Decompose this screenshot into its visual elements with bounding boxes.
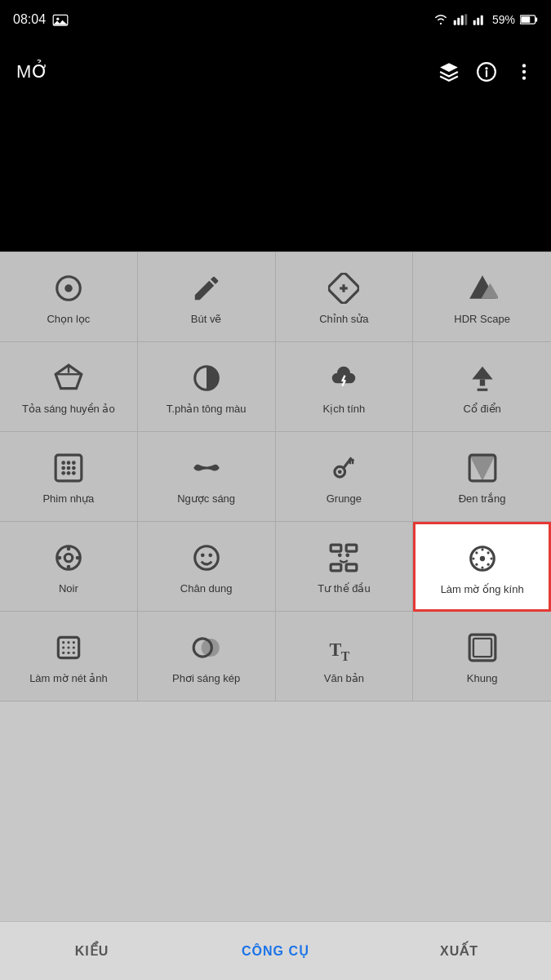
- tool-noir[interactable]: Noir: [0, 522, 138, 612]
- tool-van-ban[interactable]: TTVăn bản: [276, 612, 414, 702]
- svg-point-62: [346, 554, 350, 558]
- page-title: MỞ: [16, 61, 49, 82]
- tool-chinh-sua[interactable]: Chỉnh sửa: [276, 252, 414, 342]
- battery-icon: [520, 15, 538, 24]
- tool-co-dien[interactable]: Cổ điển: [413, 342, 551, 432]
- tool-lam-mo-ong-kinh[interactable]: Làm mờ ống kính: [413, 522, 551, 612]
- tool-phoi-sang-kep[interactable]: Phơi sáng kép: [138, 612, 276, 702]
- layers-icon[interactable]: [438, 61, 460, 82]
- bottom-nav: KIỂU CÔNG CỤ XUẤT: [0, 921, 551, 980]
- svg-rect-2: [454, 20, 456, 25]
- nav-kieu[interactable]: KIỂU: [0, 922, 184, 980]
- svg-point-56: [208, 554, 212, 558]
- svg-rect-57: [331, 545, 342, 551]
- nav-xuat[interactable]: XUẤT: [367, 922, 551, 980]
- tool-nguoc-sang[interactable]: Ngược sáng: [138, 432, 276, 522]
- tool-toa-sang[interactable]: Tỏa sáng huyền ảo: [0, 342, 138, 432]
- more-icon[interactable]: [513, 61, 535, 82]
- svg-point-36: [61, 466, 65, 470]
- svg-point-70: [487, 551, 489, 554]
- svg-point-34: [67, 461, 71, 465]
- tool-phim-nhua[interactable]: Phim nhựa: [0, 432, 138, 522]
- hdr-scape-icon: [464, 270, 500, 306]
- svg-rect-58: [347, 545, 358, 551]
- svg-point-82: [73, 652, 75, 654]
- svg-rect-4: [461, 16, 464, 25]
- svg-point-75: [67, 641, 69, 644]
- tool-chan-dung[interactable]: Chân dung: [138, 522, 276, 612]
- image-notification-icon: [52, 13, 69, 26]
- grunge-label: Grunge: [327, 492, 362, 506]
- t-phan-tong-mau-icon: [189, 360, 224, 396]
- tools-grid: Chọn lọcBút vẽChỉnh sửaHDR ScapeTỏa sáng…: [0, 252, 551, 702]
- svg-point-81: [67, 652, 69, 654]
- svg-rect-10: [535, 17, 538, 21]
- svg-point-80: [62, 652, 64, 654]
- tool-hdr-scape[interactable]: HDR Scape: [413, 252, 551, 342]
- svg-point-1: [56, 18, 59, 20]
- svg-point-43: [338, 470, 342, 474]
- phoi-sang-kep-label: Phơi sáng kép: [172, 672, 240, 686]
- svg-point-79: [73, 646, 75, 648]
- tool-t-phan-tong-mau[interactable]: T.phản tông màu: [138, 342, 276, 432]
- co-dien-icon: [464, 360, 500, 396]
- van-ban-icon: TT: [326, 630, 362, 666]
- nav-cong-cu[interactable]: CÔNG CỤ: [184, 922, 367, 980]
- tool-lam-mo-net-anh[interactable]: Làm mờ nét ảnh: [0, 612, 138, 702]
- svg-point-76: [73, 641, 75, 644]
- but-ve-label: Bút vẽ: [191, 313, 222, 327]
- tool-kich-tinh[interactable]: Kịch tính: [276, 342, 414, 432]
- khung-label: Khung: [467, 672, 498, 686]
- phim-nhua-icon: [51, 450, 87, 486]
- svg-point-52: [57, 556, 61, 560]
- svg-point-67: [472, 557, 474, 559]
- time-display: 08:04: [13, 12, 46, 27]
- svg-point-16: [522, 70, 526, 74]
- chan-dung-label: Chân dung: [180, 582, 233, 596]
- svg-point-64: [479, 555, 484, 560]
- svg-point-33: [61, 461, 65, 465]
- svg-rect-30: [479, 380, 484, 386]
- svg-point-17: [522, 76, 526, 79]
- svg-rect-7: [477, 18, 479, 25]
- svg-point-78: [67, 646, 69, 648]
- svg-point-49: [64, 554, 73, 562]
- svg-point-35: [72, 461, 76, 465]
- svg-text:T: T: [341, 649, 350, 663]
- tool-chon-loc[interactable]: Chọn lọc: [0, 252, 138, 342]
- svg-point-61: [338, 554, 342, 558]
- signal-icon: [453, 14, 468, 25]
- battery-display: 59%: [492, 13, 515, 26]
- noir-label: Noir: [59, 582, 78, 596]
- svg-point-72: [487, 563, 489, 565]
- svg-point-51: [67, 565, 71, 569]
- den-trang-label: Đen trắng: [459, 492, 506, 506]
- tool-grunge[interactable]: Grunge: [276, 432, 414, 522]
- toa-sang-icon: [51, 360, 87, 396]
- svg-point-38: [72, 466, 76, 470]
- svg-point-71: [475, 563, 478, 565]
- tool-but-ve[interactable]: Bút vẽ: [138, 252, 276, 342]
- status-right: 59%: [433, 13, 538, 26]
- phim-nhua-label: Phim nhựa: [42, 492, 94, 506]
- svg-rect-22: [343, 284, 345, 292]
- tool-tu-the-dau[interactable]: Tư thế đầu: [276, 522, 414, 612]
- tool-den-trang[interactable]: Đen trắng: [413, 432, 551, 522]
- tool-khung[interactable]: Khung: [413, 612, 551, 702]
- tu-the-dau-label: Tư thế đầu: [318, 582, 370, 596]
- lam-mo-ong-kinh-icon: [464, 541, 500, 577]
- svg-rect-11: [521, 16, 530, 23]
- khung-icon: [464, 630, 500, 666]
- info-icon[interactable]: [476, 61, 497, 82]
- hdr-scape-label: HDR Scape: [454, 313, 510, 327]
- svg-point-15: [522, 64, 526, 67]
- svg-point-39: [61, 471, 65, 475]
- svg-rect-5: [464, 14, 467, 25]
- signal2-icon: [473, 14, 487, 25]
- lam-mo-net-anh-label: Làm mờ nét ảnh: [29, 672, 108, 686]
- svg-point-74: [62, 641, 64, 644]
- status-left: 08:04: [13, 12, 69, 27]
- den-trang-icon: [464, 450, 500, 486]
- lam-mo-ong-kinh-label: Làm mờ ống kính: [441, 583, 524, 597]
- canvas-area: [0, 105, 551, 252]
